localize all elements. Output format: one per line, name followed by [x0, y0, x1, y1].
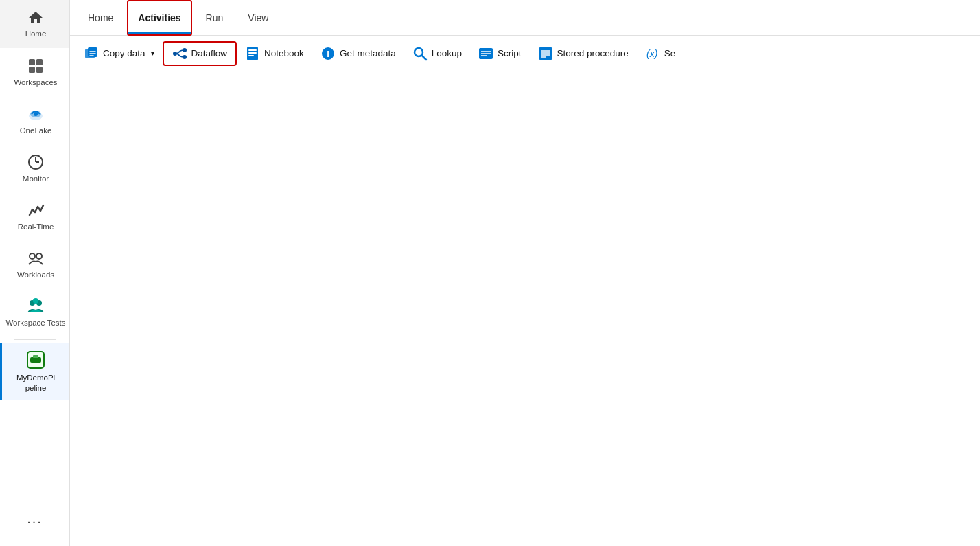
svg-rect-0 — [29, 59, 35, 65]
dataflow-icon — [172, 46, 187, 61]
toolbar-notebook[interactable]: Notebook — [237, 41, 312, 66]
copy-data-icon — [84, 46, 99, 61]
toolbar: Copy data ▾ Dataflo — [70, 36, 980, 71]
sidebar-more-button[interactable]: ··· — [21, 508, 48, 535]
sidebar-realtime-label: Real-Time — [18, 222, 54, 232]
svg-rect-3 — [36, 67, 43, 73]
activities-underline — [128, 32, 190, 34]
stored-procedure-label: Stored procedure — [557, 48, 629, 58]
monitor-icon — [27, 153, 45, 171]
sidebar-separator — [14, 339, 56, 340]
script-icon — [478, 46, 493, 61]
sidebar-item-onelake[interactable]: OneLake — [0, 96, 69, 144]
notebook-label: Notebook — [264, 48, 304, 58]
svg-line-25 — [180, 50, 183, 51]
sidebar-workloads-label: Workloads — [17, 270, 54, 280]
dataflow-label: Dataflow — [191, 48, 228, 58]
toolbar-set-variable[interactable]: (x) Se — [637, 41, 684, 66]
toolbar-dataflow[interactable]: Dataflow — [163, 41, 237, 66]
svg-point-10 — [30, 253, 35, 259]
toolbar-copy-data[interactable]: Copy data ▾ — [75, 41, 163, 66]
sidebar-workspaces-label: Workspaces — [14, 78, 57, 88]
workloads-icon — [27, 249, 45, 267]
pipeline-icon — [25, 350, 46, 370]
svg-rect-16 — [30, 357, 41, 363]
toolbar-lookup[interactable]: Lookup — [404, 41, 470, 66]
tab-view[interactable]: View — [235, 0, 281, 36]
set-variable-label: Se — [664, 48, 676, 58]
main-area: Home Activities Run View Copy data ▾ — [70, 0, 980, 546]
svg-line-36 — [422, 56, 426, 60]
toolbar-stored-procedure[interactable]: Stored procedure — [530, 41, 637, 66]
svg-line-26 — [180, 56, 183, 57]
svg-rect-31 — [248, 52, 257, 54]
copy-data-dropdown-icon: ▾ — [151, 49, 154, 57]
onelake-icon — [27, 105, 45, 123]
sidebar-onelake-label: OneLake — [20, 126, 52, 136]
realtime-icon — [27, 201, 45, 219]
svg-text:i: i — [327, 48, 329, 58]
svg-point-20 — [173, 52, 177, 56]
stored-procedure-icon — [538, 46, 553, 61]
sidebar-pipeline-label: MyDemoPipeline — [16, 373, 55, 394]
sidebar-item-realtime[interactable]: Real-Time — [0, 192, 69, 240]
canvas-area — [70, 71, 980, 546]
sidebar-monitor-label: Monitor — [23, 174, 49, 184]
sidebar-item-workloads[interactable]: Workloads — [0, 240, 69, 288]
lookup-icon — [412, 46, 428, 61]
notebook-icon — [245, 46, 260, 61]
get-metadata-label: Get metadata — [340, 48, 396, 58]
sidebar-item-workspace-tests[interactable]: Workspace Tests — [0, 288, 69, 337]
lookup-label: Lookup — [432, 48, 462, 58]
svg-point-14 — [33, 298, 38, 304]
sidebar-item-monitor[interactable]: Monitor — [0, 144, 69, 192]
toolbar-get-metadata[interactable]: i Get metadata — [312, 41, 404, 66]
script-label: Script — [498, 48, 522, 58]
svg-point-6 — [34, 112, 38, 116]
svg-rect-17 — [33, 355, 38, 358]
sidebar-home-label: Home — [25, 29, 47, 39]
svg-point-11 — [36, 253, 42, 259]
tab-activities[interactable]: Activities — [127, 0, 191, 36]
copy-data-label: Copy data — [103, 48, 145, 58]
workspace-tests-icon — [26, 297, 45, 315]
top-nav: Home Activities Run View — [70, 0, 980, 36]
sidebar-item-home[interactable]: Home — [0, 0, 69, 48]
tab-home[interactable]: Home — [75, 0, 126, 36]
svg-rect-30 — [248, 49, 257, 51]
set-variable-icon: (x) — [645, 46, 660, 61]
svg-line-24 — [177, 54, 180, 56]
svg-text:(x): (x) — [646, 48, 657, 59]
svg-rect-32 — [248, 55, 254, 56]
workspaces-icon — [27, 57, 45, 75]
sidebar-workspace-tests-label: Workspace Tests — [5, 318, 65, 328]
svg-rect-2 — [29, 67, 35, 73]
sidebar-item-workspaces[interactable]: Workspaces — [0, 48, 69, 96]
sidebar-item-mydemopipeline[interactable]: MyDemoPipeline — [0, 343, 69, 400]
sidebar: Home Workspaces OneLake — [0, 0, 70, 546]
svg-rect-41 — [539, 47, 552, 60]
svg-line-23 — [177, 51, 180, 54]
get-metadata-icon: i — [320, 46, 336, 61]
more-icon: ··· — [27, 514, 43, 529]
tab-run[interactable]: Run — [194, 0, 236, 36]
toolbar-script[interactable]: Script — [470, 41, 530, 66]
svg-rect-1 — [36, 59, 43, 65]
home-icon — [27, 9, 44, 25]
